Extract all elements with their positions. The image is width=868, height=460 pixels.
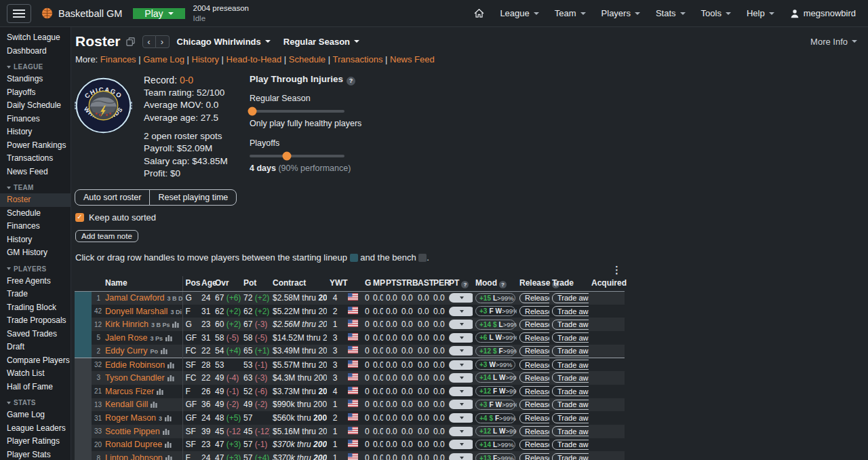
more-info-dropdown[interactable]: More Info: [810, 37, 857, 47]
player-link[interactable]: Eddy Curry: [105, 346, 148, 356]
sidebar-group-team[interactable]: TEAM: [7, 184, 71, 191]
row-handle[interactable]: [75, 425, 92, 438]
column-header-mood[interactable]: Mood?: [473, 276, 517, 292]
mood-badge[interactable]: +14$L>99%: [475, 320, 515, 330]
sidebar-item-history[interactable]: History: [0, 233, 71, 247]
trade-away-button[interactable]: Trade away: [552, 440, 589, 450]
sidebar-item-finances[interactable]: Finances: [0, 113, 71, 126]
hamburger-menu-button[interactable]: [7, 4, 31, 23]
column-header-mp[interactable]: MP: [370, 276, 383, 292]
prev-team-button[interactable]: ‹: [142, 35, 156, 48]
column-header-ovr[interactable]: Ovr: [212, 276, 241, 292]
player-link[interactable]: Jalen Rose: [105, 333, 148, 343]
trade-away-button[interactable]: Trade away: [552, 372, 589, 383]
column-header-pos[interactable]: Pos: [182, 276, 199, 292]
playoffs-slider[interactable]: [250, 155, 344, 157]
sidebar-item-free-agents[interactable]: Free Agents: [0, 275, 71, 288]
column-header-num[interactable]: [92, 276, 102, 292]
player-stats-icon[interactable]: [165, 334, 172, 341]
slider-handle[interactable]: [248, 107, 257, 115]
player-link[interactable]: Marcus Fizer: [105, 387, 154, 396]
release-button[interactable]: Release: [519, 400, 549, 410]
mood-badge[interactable]: +13F>99%: [475, 453, 515, 460]
trade-away-button[interactable]: Trade away: [552, 400, 589, 410]
team-dropdown[interactable]: Chicago Whirlwinds: [177, 37, 271, 47]
sidebar-item-trade[interactable]: Trade: [0, 288, 71, 301]
pt-select[interactable]: [449, 360, 473, 370]
player-stats-icon[interactable]: [172, 321, 179, 328]
nav-menu-players[interactable]: Players: [601, 8, 640, 18]
trade-away-button[interactable]: Trade away: [552, 293, 589, 303]
sidebar-item-standings[interactable]: Standings: [0, 73, 71, 86]
nav-menu-team[interactable]: Team: [555, 8, 586, 18]
pt-select[interactable]: [449, 333, 473, 343]
sidebar-group-league[interactable]: LEAGUE: [7, 63, 71, 71]
more-link-news-feed[interactable]: News Feed: [390, 54, 435, 64]
add-team-note-button[interactable]: Add team note: [75, 230, 138, 242]
release-button[interactable]: Release: [519, 360, 549, 370]
row-handle[interactable]: [75, 451, 92, 460]
pt-select[interactable]: [449, 387, 473, 396]
trade-away-button[interactable]: Trade away: [552, 360, 589, 370]
nav-menu-league[interactable]: League: [500, 8, 538, 18]
more-link-transactions[interactable]: Transactions: [332, 54, 382, 64]
player-link[interactable]: Roger Mason: [105, 413, 156, 423]
player-link[interactable]: Linton Johnson: [105, 453, 163, 460]
column-header-name[interactable]: Name: [102, 276, 182, 292]
sidebar-item-trade-proposals[interactable]: Trade Proposals: [0, 314, 71, 328]
sidebar-item-playoffs[interactable]: Playoffs: [0, 86, 71, 100]
player-stats-icon[interactable]: [165, 441, 172, 448]
more-link-finances[interactable]: Finances: [100, 54, 136, 64]
row-handle[interactable]: [75, 358, 92, 371]
column-header-ast[interactable]: AST: [415, 276, 431, 292]
row-handle[interactable]: [75, 438, 92, 452]
pt-select[interactable]: [449, 440, 473, 449]
column-header-acquired[interactable]: Acquired: [589, 276, 625, 292]
more-link-head-to-head[interactable]: Head-to-Head: [226, 54, 282, 64]
mood-badge[interactable]: +14LW>99%: [475, 372, 515, 383]
column-header-age[interactable]: Age: [199, 276, 212, 292]
trade-away-button[interactable]: Trade away: [552, 346, 589, 356]
pt-select[interactable]: [449, 453, 473, 460]
sidebar-item-schedule[interactable]: Schedule: [0, 207, 71, 221]
sidebar-item-history[interactable]: History: [0, 126, 71, 139]
player-stats-icon[interactable]: [165, 455, 172, 460]
mood-badge[interactable]: +14L>99%: [475, 440, 515, 450]
row-handle[interactable]: [75, 305, 92, 318]
release-button[interactable]: Release: [519, 426, 549, 436]
trade-away-button[interactable]: Trade away: [552, 306, 589, 316]
column-header-release[interactable]: Release?: [517, 276, 549, 292]
more-link-history[interactable]: History: [192, 54, 219, 64]
pt-select[interactable]: [449, 413, 473, 423]
nav-menu-help[interactable]: Help: [747, 8, 774, 18]
pt-select[interactable]: [449, 346, 473, 356]
release-button[interactable]: Release: [519, 332, 549, 343]
column-header-trb[interactable]: TRB: [399, 276, 415, 292]
player-link[interactable]: Kendall Gill: [105, 400, 148, 409]
mood-badge[interactable]: +4$F>99%: [475, 413, 515, 423]
home-icon[interactable]: [474, 8, 484, 18]
help-icon[interactable]: ?: [461, 281, 469, 288]
pt-select[interactable]: [449, 400, 473, 409]
slider-handle[interactable]: [282, 151, 291, 160]
keep-auto-sorted-row[interactable]: ✓ Keep auto sorted: [75, 212, 868, 223]
regular-season-slider[interactable]: [250, 110, 344, 113]
mood-badge[interactable]: +15L>99%: [475, 293, 515, 303]
release-button[interactable]: Release: [519, 293, 549, 303]
trade-away-button[interactable]: Trade away: [552, 453, 589, 460]
player-stats-icon[interactable]: [167, 375, 174, 381]
row-handle[interactable]: [75, 331, 92, 345]
trade-away-button[interactable]: Trade away: [552, 332, 589, 343]
sidebar-item-dashboard[interactable]: Dashboard: [0, 45, 71, 58]
sidebar-item-hall-of-fame[interactable]: Hall of Fame: [0, 381, 71, 394]
table-menu-icon[interactable]: ⋮: [612, 264, 622, 275]
mood-badge[interactable]: +6LW>99%: [475, 332, 515, 343]
player-stats-icon[interactable]: [151, 401, 157, 408]
column-header-trade[interactable]: Trade: [549, 276, 589, 292]
mood-badge[interactable]: +3FW>99%: [475, 306, 515, 316]
reset-playing-time-button[interactable]: Reset playing time: [149, 189, 237, 206]
column-header-ywt[interactable]: YWT: [327, 276, 343, 292]
column-header-pts[interactable]: PTS: [383, 276, 399, 292]
release-button[interactable]: Release: [519, 440, 549, 450]
column-header-g[interactable]: G: [362, 276, 370, 292]
